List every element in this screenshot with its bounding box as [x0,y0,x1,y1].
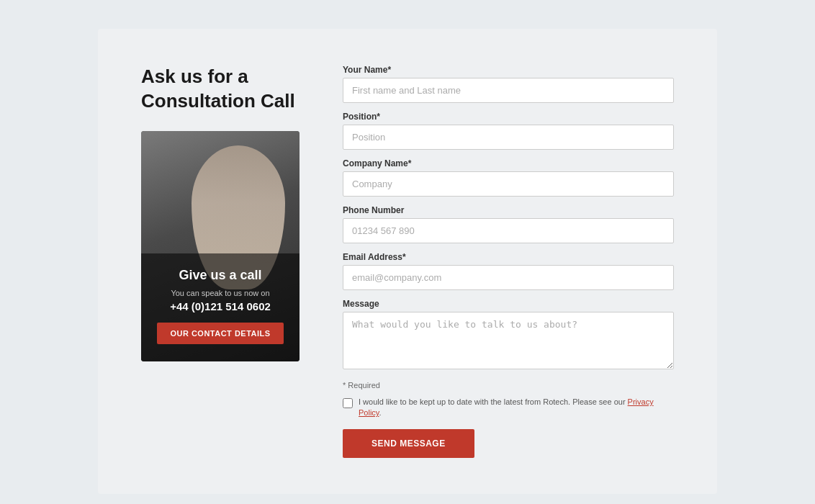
send-message-button[interactable]: SEND MESSAGE [343,429,474,458]
message-textarea[interactable] [343,312,674,369]
contact-form: Your Name* Position* Company Name* Phone… [343,65,674,458]
newsletter-checkbox-row: I would like to be kept up to date with … [343,397,674,419]
name-field-group: Your Name* [343,65,674,103]
phone-number: +44 (0)121 514 0602 [153,300,288,312]
company-input[interactable] [343,171,674,197]
page-wrapper: Ask us for aConsultation Call Give us a … [0,0,815,504]
name-label: Your Name* [343,65,674,75]
image-overlay: Give us a call You can speak to us now o… [141,253,300,361]
company-label: Company Name* [343,158,674,168]
consultation-card: Ask us for aConsultation Call Give us a … [98,29,717,494]
phone-field-group: Phone Number [343,205,674,243]
email-field-group: Email Address* [343,252,674,290]
position-input[interactable] [343,125,674,150]
newsletter-checkbox[interactable] [343,398,353,408]
message-label: Message [343,299,674,309]
speak-text: You can speak to us now on [153,289,288,297]
email-label: Email Address* [343,252,674,262]
phone-input[interactable] [343,218,674,243]
main-heading: Ask us for aConsultation Call [141,65,300,114]
name-input[interactable] [343,78,674,103]
message-field-group: Message [343,299,674,372]
required-note: * Required [343,381,674,390]
position-field-group: Position* [343,112,674,150]
email-input[interactable] [343,265,674,290]
company-field-group: Company Name* [343,158,674,197]
checkbox-text: I would like to be kept up to date with … [359,397,628,406]
contact-details-button[interactable]: OUR CONTACT DETAILS [157,323,283,344]
position-label: Position* [343,112,674,122]
phone-label: Phone Number [343,205,674,215]
privacy-suffix: . [379,408,382,417]
left-panel: Ask us for aConsultation Call Give us a … [141,65,300,361]
call-image-card: Give us a call You can speak to us now o… [141,131,300,361]
give-us-call-title: Give us a call [153,268,288,283]
newsletter-label: I would like to be kept up to date with … [359,397,674,419]
